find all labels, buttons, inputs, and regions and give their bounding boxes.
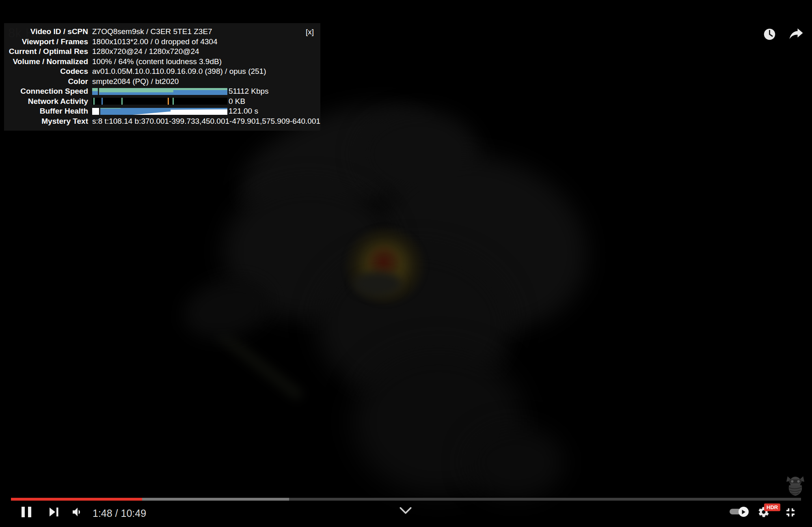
stat-value: Z7OQ8sem9sk / C3ER 5TE1 Z3E7 bbox=[92, 27, 212, 36]
stat-label: Viewport / Frames bbox=[4, 37, 88, 46]
stat-label: Volume / Normalized bbox=[4, 57, 88, 66]
network-tick bbox=[173, 98, 174, 105]
network-tick bbox=[102, 98, 103, 105]
graph-separator bbox=[99, 108, 100, 115]
stat-row-resolution: Current / Optimal Res 1280x720@24 / 1280… bbox=[4, 47, 320, 57]
stat-value: 1280x720@24 / 1280x720@24 bbox=[92, 47, 199, 56]
connection-speed-blue-area bbox=[99, 90, 227, 95]
stat-row-buffer-health: Buffer Health 121.00 s bbox=[4, 106, 320, 116]
volume-icon[interactable] bbox=[71, 505, 84, 520]
stat-row-volume: Volume / Normalized 100% / 64% (content … bbox=[4, 57, 320, 67]
stats-for-nerds-panel: [x] Video ID / sCPN Z7OQ8sem9sk / C3ER 5… bbox=[4, 23, 320, 131]
stat-row-codecs: Codecs av01.0.05M.10.0.110.09.16.09.0 (3… bbox=[4, 67, 320, 77]
progress-played bbox=[11, 498, 142, 501]
stat-value: smpte2084 (PQ) / bt2020 bbox=[92, 77, 179, 86]
stat-row-viewport: Viewport / Frames 1800x1013*2.00 / 0 dro… bbox=[4, 37, 320, 47]
next-button[interactable] bbox=[49, 507, 59, 518]
watch-later-icon[interactable] bbox=[763, 28, 776, 41]
stat-value: av01.0.05M.10.0.110.09.16.09.0 (398) / o… bbox=[92, 67, 266, 76]
orchid-stem bbox=[214, 328, 305, 402]
channel-watermark-owl-icon[interactable] bbox=[784, 476, 807, 498]
stat-row-video-id: Video ID / sCPN Z7OQ8sem9sk / C3ER 5TE1 … bbox=[4, 27, 320, 37]
settings-button[interactable]: HDR bbox=[758, 506, 770, 519]
stat-label: Network Activity bbox=[4, 97, 88, 106]
buffer-health-blue-area bbox=[100, 108, 227, 115]
stat-row-color: Color smpte2084 (PQ) / bt2020 bbox=[4, 77, 320, 87]
chevron-down-icon[interactable] bbox=[399, 507, 412, 516]
top-actions bbox=[763, 28, 804, 41]
stat-row-network-activity: Network Activity 0 KB bbox=[4, 97, 320, 107]
stat-value: 1800x1013*2.00 / 0 dropped of 4304 bbox=[92, 37, 218, 46]
buffer-health-graph bbox=[92, 108, 227, 115]
controls-row: 1:48 / 10:49 HDR bbox=[0, 500, 812, 527]
player-controls: 1:48 / 10:49 HDR bbox=[0, 500, 812, 527]
buffer-health-value: 121.00 s bbox=[229, 107, 258, 116]
connection-speed-value: 51112 Kbps bbox=[229, 87, 269, 96]
network-tick bbox=[168, 98, 169, 105]
video-player: 8k HDR True Black Dolby Vision [x] Video… bbox=[0, 0, 812, 527]
mystery-text-value: s:8 t:108.14 b:370.001-399.733,450.001-4… bbox=[92, 117, 320, 126]
autoplay-toggle-knob bbox=[739, 507, 749, 517]
buffer-health-green-strip bbox=[100, 108, 121, 109]
stat-label: Color bbox=[4, 77, 88, 86]
autoplay-toggle[interactable] bbox=[730, 507, 749, 517]
stat-value: 100% / 64% (content loudness 3.9dB) bbox=[92, 57, 222, 66]
network-tick bbox=[121, 98, 123, 105]
pause-button[interactable] bbox=[21, 506, 32, 519]
orchid-bud bbox=[467, 426, 564, 499]
stat-label: Buffer Health bbox=[4, 107, 88, 116]
hdr-badge: HDR bbox=[764, 503, 780, 511]
time-display: 1:48 / 10:49 bbox=[93, 508, 146, 519]
connection-speed-graph bbox=[92, 88, 227, 95]
network-activity-value: 0 KB bbox=[229, 97, 245, 106]
stat-label: Connection Speed bbox=[4, 87, 88, 96]
network-activity-graph bbox=[92, 98, 227, 105]
stats-close-button[interactable]: [x] bbox=[306, 28, 314, 37]
stat-row-mystery-text: Mystery Text s:8 t:108.14 b:370.001-399.… bbox=[4, 116, 320, 127]
stat-label: Video ID / sCPN bbox=[4, 27, 88, 36]
stat-label: Codecs bbox=[4, 67, 88, 76]
stat-label: Current / Optimal Res bbox=[4, 47, 88, 56]
share-icon[interactable] bbox=[788, 28, 804, 41]
exit-fullscreen-button[interactable] bbox=[784, 505, 797, 521]
stat-label: Mystery Text bbox=[4, 117, 88, 126]
graph-separator bbox=[98, 88, 99, 95]
network-tick bbox=[93, 98, 95, 105]
stat-row-connection-speed: Connection Speed 51112 Kbps bbox=[4, 86, 320, 97]
orchid-lip bbox=[353, 272, 402, 296]
connection-speed-blue-cell bbox=[92, 91, 98, 95]
